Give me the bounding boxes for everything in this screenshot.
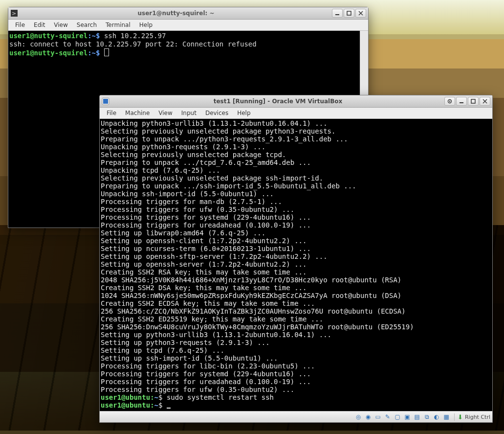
- menu-file[interactable]: File: [103, 109, 120, 117]
- menu-search[interactable]: Search: [73, 21, 101, 29]
- vm-prompt-path: ~: [154, 393, 158, 401]
- close-button[interactable]: [355, 9, 366, 18]
- vm-line: Processing triggers for systemd (229-4ub…: [101, 370, 311, 378]
- vm-line: Creating SSH2 RSA key; this may take som…: [101, 268, 307, 276]
- menu-terminal[interactable]: Terminal: [102, 21, 134, 29]
- vm-prompt-userhost: user1@ubuntu: [101, 393, 150, 401]
- svg-rect-7: [103, 99, 108, 104]
- vm-line: Selecting previously unselected package …: [101, 127, 335, 135]
- floppy-icon[interactable]: ▭: [374, 413, 382, 421]
- svg-rect-3: [347, 11, 351, 15]
- display-icon[interactable]: ▣: [403, 413, 411, 421]
- vm-line: Processing triggers for man-db (2.7.5-1)…: [101, 198, 282, 206]
- menu-help[interactable]: Help: [233, 109, 254, 117]
- vm-prompt-userhost: user1@ubuntu: [101, 401, 150, 409]
- menu-help[interactable]: Help: [135, 21, 156, 29]
- usb-icon[interactable]: ✎: [384, 413, 392, 421]
- vbox-menubar: File Machine View Input Devices Help: [100, 108, 492, 119]
- prompt-userhost: user1@nutty-squirel: [9, 32, 88, 40]
- optical-icon[interactable]: ◉: [364, 413, 372, 421]
- close-button[interactable]: [480, 97, 490, 106]
- vm-prompt-sigil: $: [158, 393, 162, 401]
- vm-line: Setting up python3-urllib3 (1.13.1-2ubun…: [101, 331, 331, 339]
- vbox-titlebar[interactable]: test1 [Running] - Oracle VM VirtualBox: [100, 95, 492, 108]
- vm-line: Unpacking tcpd (7.6.q-25) ...: [101, 166, 220, 174]
- vm-line: 256 SHA256:DnwS4U8cuVruJy8OkTWy+8CmqmzoY…: [101, 323, 414, 331]
- vm-line: Preparing to unpack .../python3-requests…: [101, 135, 348, 143]
- vm-line: Setting up openssh-sftp-server (1:7.2p2-…: [101, 252, 328, 260]
- vm-line: Processing triggers for ufw (0.35-0ubunt…: [101, 206, 294, 213]
- minimize-button[interactable]: [332, 9, 343, 18]
- vm-line: Processing triggers for systemd (229-4ub…: [101, 213, 311, 221]
- hostkey-label: Right Ctrl: [465, 414, 490, 420]
- hostkey-arrow-icon: ⬇: [458, 413, 463, 421]
- vm-line: Preparing to unpack .../tcpd_7.6.q-25_am…: [101, 159, 311, 166]
- vm-line: Creating SSH2 ECDSA key; this may take s…: [101, 299, 315, 307]
- vm-cursor: [167, 408, 171, 409]
- vm-command: sudo systemctl restart ssh: [167, 393, 274, 401]
- vm-prompt-sigil: $: [158, 401, 162, 409]
- svg-rect-11: [471, 99, 475, 103]
- terminal-line: ssh 10.2.225.97: [104, 32, 166, 40]
- vm-line: 2048 SHA256:j5V0K84h44i686+XnMjnzr13yyL8…: [101, 276, 401, 284]
- prompt-sigil: $: [96, 32, 100, 40]
- folder-icon[interactable]: ▢: [394, 413, 401, 421]
- menu-machine[interactable]: Machine: [121, 109, 153, 117]
- minimize-button[interactable]: [456, 97, 467, 106]
- terminal-icon: >: [10, 9, 18, 17]
- prompt-path: ~: [92, 32, 96, 40]
- cpu-icon[interactable]: ▦: [442, 413, 450, 421]
- clipboard-icon[interactable]: ▤: [413, 413, 421, 421]
- vm-line: Setting up python3-requests (2.9.1-3) ..…: [101, 339, 270, 346]
- vm-line: Setting up tcpd (7.6.q-25) ...: [101, 346, 224, 354]
- terminal-menubar: File Edit View Search Terminal Help: [8, 20, 368, 31]
- terminal-titlebar[interactable]: > user1@nutty-squirel: ~: [8, 7, 368, 20]
- vm-line: 256 SHA256:c/ZCQ/NbXFkZ91AOKyInTaZBk3jZC…: [101, 307, 406, 315]
- vm-line: Processing triggers for libc-bin (2.23-0…: [101, 362, 315, 370]
- menu-view[interactable]: View: [50, 21, 71, 29]
- virtualbox-window: test1 [Running] - Oracle VM VirtualBox F…: [99, 95, 493, 423]
- prompt-userhost: user1@nutty-squirel: [9, 49, 88, 57]
- vm-line: Processing triggers for ureadahead (0.10…: [101, 221, 311, 229]
- virtualbox-icon: [102, 97, 110, 105]
- recording-icon[interactable]: ◐: [433, 413, 440, 421]
- vm-line: Selecting previously unselected package …: [101, 151, 286, 159]
- maximize-button[interactable]: [468, 97, 479, 106]
- vbox-status-icons: ◎ ◉ ▭ ✎ ▢ ▣ ▤ ⧉ ◐ ▦: [354, 413, 450, 421]
- terminal-line: ssh: connect to host 10.2.225.97 port 22…: [9, 40, 257, 48]
- vm-line: Creating SSH2 DSA key; this may take som…: [101, 284, 307, 292]
- network-icon[interactable]: ⧉: [423, 413, 431, 421]
- menu-devices[interactable]: Devices: [201, 109, 232, 117]
- vm-line: Creating SSH2 ED25519 key; this may take…: [101, 315, 323, 323]
- menu-input[interactable]: Input: [177, 109, 200, 117]
- menu-view[interactable]: View: [154, 109, 176, 117]
- terminal-title: user1@nutty-squirel: ~: [137, 10, 214, 17]
- vm-line: Selecting previously unselected package …: [101, 174, 323, 182]
- vbox-detach-button[interactable]: [444, 97, 455, 106]
- vm-line: Setting up openssh-client (1:7.2p2-4ubun…: [101, 237, 307, 245]
- vm-line: Setting up libwrap0:amd64 (7.6.q-25) ...: [101, 229, 265, 237]
- svg-point-9: [449, 101, 450, 102]
- menu-file[interactable]: File: [11, 21, 29, 29]
- vbox-title: test1 [Running] - Oracle VM VirtualBox: [112, 98, 443, 105]
- vm-prompt-path: ~: [154, 401, 158, 409]
- vbox-statusbar: ◎ ◉ ▭ ✎ ▢ ▣ ▤ ⧉ ◐ ▦ ⬇ Right Ctrl: [100, 411, 492, 422]
- vm-line: Setting up ssh-import-id (5.5-0ubuntu1) …: [101, 354, 278, 362]
- vm-line: Unpacking python3-requests (2.9.1-3) ...: [101, 143, 265, 151]
- terminal-cursor: [104, 48, 109, 56]
- hostkey-indicator[interactable]: ⬇ Right Ctrl: [454, 413, 490, 421]
- vm-line: Unpacking ssh-import-id (5.5-0ubuntu1) .…: [101, 190, 274, 198]
- prompt-sigil: $: [96, 49, 100, 57]
- svg-text:>: >: [12, 10, 16, 17]
- vm-line: Processing triggers for ufw (0.35-0ubunt…: [101, 386, 294, 393]
- vm-line: Processing triggers for ureadahead (0.10…: [101, 378, 311, 386]
- maximize-button[interactable]: [344, 9, 354, 18]
- disc-icon[interactable]: ◎: [354, 413, 362, 421]
- vm-line: Preparing to unpack .../ssh-import-id_5.…: [101, 182, 356, 190]
- vm-line: 1024 SHA256:nWNy6sje50mw6pZRspxFduKyh9kE…: [101, 292, 401, 299]
- prompt-path: ~: [92, 49, 96, 57]
- vm-line: Unpacking python3-urllib3 (1.13.1-2ubunt…: [101, 119, 328, 127]
- menu-edit[interactable]: Edit: [30, 21, 49, 29]
- vm-line: Setting up ncurses-term (6.0+20160213-1u…: [101, 245, 311, 252]
- vm-console[interactable]: Unpacking python3-urllib3 (1.13.1-2ubunt…: [100, 119, 492, 411]
